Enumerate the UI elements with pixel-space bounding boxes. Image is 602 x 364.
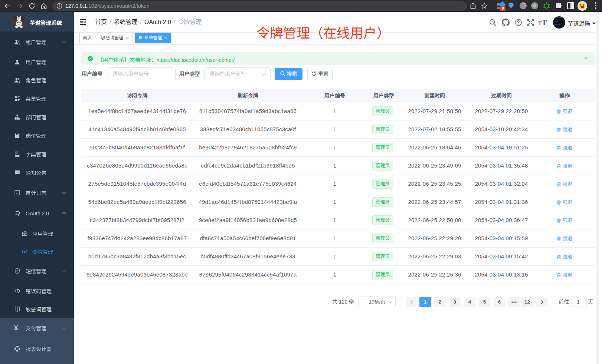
svg-text:a: a (24, 250, 26, 254)
